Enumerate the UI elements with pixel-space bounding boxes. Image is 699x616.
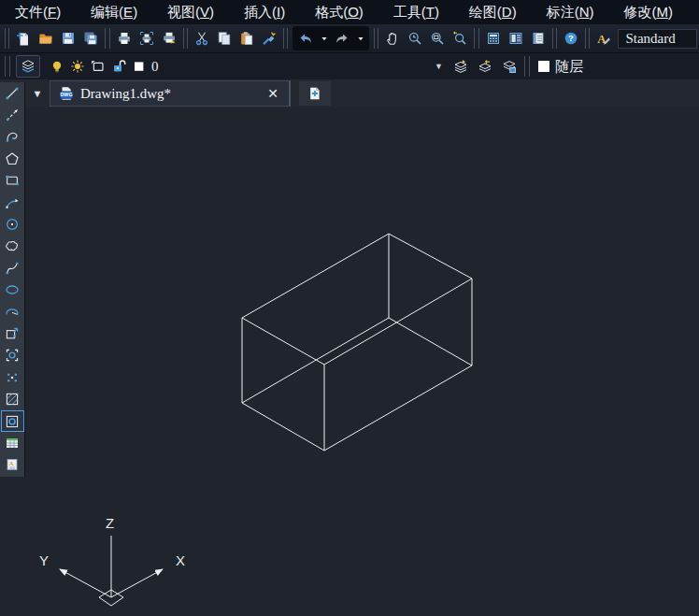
make-object-layer-current-button[interactable] (449, 55, 473, 78)
donut-icon (5, 414, 20, 429)
layer-states-button[interactable] (497, 55, 521, 78)
print-button[interactable] (113, 27, 136, 50)
new-file-button[interactable] (12, 27, 35, 50)
plot-button[interactable] (158, 27, 180, 50)
undo-more-button[interactable] (317, 27, 331, 50)
toolbar-separator (374, 28, 378, 49)
layer-viewport-freeze-toggle[interactable] (90, 59, 106, 75)
new-tab-button[interactable] (299, 81, 331, 106)
pan-button[interactable] (381, 27, 404, 50)
layer-properties-manager-button[interactable] (16, 55, 40, 78)
spline-tool-button[interactable] (1, 257, 24, 279)
tool-palettes-button[interactable] (527, 27, 549, 50)
cut-button[interactable] (191, 27, 213, 50)
zoom-previous-button[interactable] (449, 27, 471, 50)
box-edge[interactable] (242, 234, 389, 318)
menu-f[interactable]: 文件(F) (15, 4, 61, 21)
box-edge[interactable] (242, 403, 324, 451)
polyline-icon (5, 129, 20, 144)
svg-text:DWG: DWG (60, 92, 72, 97)
toolbar-separator (5, 56, 10, 77)
undo-button[interactable] (294, 27, 317, 50)
properties-palette-button[interactable] (482, 27, 505, 50)
point-tool-button[interactable] (1, 366, 24, 388)
open-folder-button[interactable] (35, 27, 57, 50)
drawing-canvas[interactable]: Z Y X (0, 107, 699, 616)
menu-e[interactable]: 编辑(E) (91, 4, 137, 21)
ellipse-arc-tool-button[interactable] (1, 301, 24, 322)
color-combo[interactable]: 随层 (533, 55, 697, 78)
layer-previous-button[interactable] (473, 55, 497, 78)
text-style-combo[interactable]: Standard (618, 29, 697, 49)
match-properties-icon (262, 31, 277, 46)
redo-more-button[interactable] (353, 27, 367, 50)
box-edge[interactable] (324, 279, 472, 365)
layer-color-swatch-toggle[interactable] (131, 59, 147, 75)
layer-combo-dropdown-icon[interactable]: ▼ (435, 62, 445, 71)
toolbar-separator (183, 28, 188, 49)
design-center-button[interactable] (505, 27, 527, 50)
construction-line-icon (5, 107, 20, 122)
zoom-realtime-icon (407, 31, 422, 46)
layer-unlock-toggle[interactable] (110, 59, 126, 75)
menu-m[interactable]: 修改(M) (623, 4, 673, 21)
save-all-button[interactable] (79, 27, 102, 50)
hatch-tool-button[interactable] (1, 388, 24, 409)
toolbar-separator (524, 56, 530, 77)
menu-n[interactable]: 标注(N) (547, 4, 594, 21)
redo-button[interactable] (331, 27, 353, 50)
current-color-name: 随层 (555, 58, 583, 76)
print-preview-button[interactable] (136, 27, 158, 50)
menu-d[interactable]: 绘图(D) (469, 4, 517, 21)
polyline-tool-button[interactable] (1, 126, 24, 148)
insert-block-tool-button[interactable] (1, 322, 24, 344)
text-style-value: Standard (625, 31, 675, 47)
box-edge[interactable] (242, 318, 324, 365)
menu-t[interactable]: 工具(T) (393, 4, 439, 21)
mtext-tool-button[interactable]: A (1, 454, 24, 476)
tab-close-button[interactable]: ✕ (265, 86, 280, 101)
menu-o[interactable]: 格式(O) (315, 4, 364, 21)
ellipse-tool-button[interactable] (1, 279, 24, 301)
construction-line-tool-button[interactable] (1, 104, 24, 125)
properties-palette-icon (486, 31, 501, 46)
current-color-swatch (538, 61, 549, 72)
layer-viewport-freeze-icon (91, 59, 106, 74)
line-tool-button[interactable] (1, 82, 24, 104)
menu-v[interactable]: 视图(V) (167, 4, 214, 21)
zoom-realtime-button[interactable] (404, 27, 426, 50)
layer-thaw-toggle[interactable] (69, 59, 85, 75)
text-style-button[interactable]: A (592, 27, 615, 50)
copy-icon (217, 31, 232, 46)
help-button[interactable]: ? (560, 27, 582, 50)
tab-list-dropdown-button[interactable]: ▼ (29, 84, 46, 103)
undo-redo-group (292, 26, 369, 50)
arc-tool-button[interactable] (1, 192, 24, 213)
ucs-x-label: X (176, 552, 185, 568)
box-edge[interactable] (324, 365, 472, 451)
new-file-icon (16, 31, 31, 46)
revision-cloud-tool-button[interactable] (1, 236, 24, 257)
copy-button[interactable] (213, 27, 235, 50)
donut-tool-button[interactable] (1, 410, 24, 432)
layer-states-icon (502, 59, 517, 74)
save-button[interactable] (57, 27, 79, 50)
wireframe-box[interactable] (242, 234, 472, 451)
save-icon (61, 31, 76, 46)
table-tool-button[interactable] (1, 432, 24, 453)
menu-i[interactable]: 插入(I) (244, 4, 285, 21)
circle-tool-button[interactable] (1, 213, 24, 235)
make-block-tool-button[interactable] (1, 345, 24, 366)
polygon-tool-button[interactable] (1, 148, 24, 169)
box-edge[interactable] (389, 234, 472, 279)
paste-button[interactable] (235, 27, 258, 50)
drawing-tab[interactable]: DWGDrawing1.dwg*✕ (50, 80, 291, 107)
layer-combo[interactable]: 0▼ (45, 55, 449, 78)
layer-on-icon (50, 59, 64, 74)
zoom-window-button[interactable] (426, 27, 449, 50)
match-properties-button[interactable] (258, 27, 280, 50)
box-edge[interactable] (389, 318, 472, 365)
rectangle-tool-button[interactable] (1, 170, 24, 192)
layer-on-toggle[interactable] (49, 59, 64, 75)
menu-bar: 文件(F)编辑(E)视图(V)插入(I)格式(O)工具(T)绘图(D)标注(N)… (0, 0, 699, 24)
